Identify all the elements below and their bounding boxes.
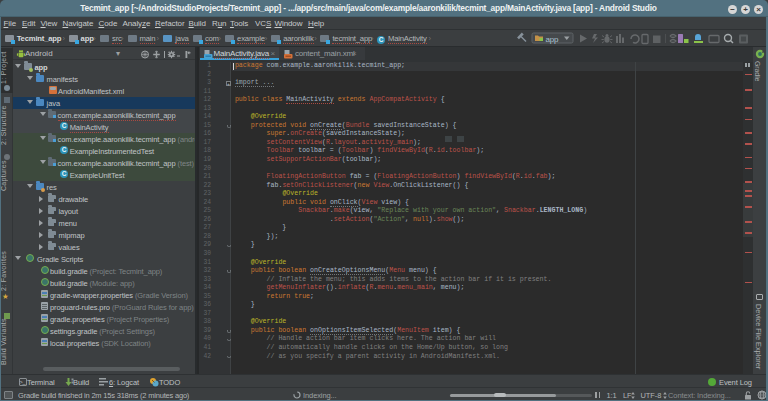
svg-text:app: app	[546, 35, 559, 44]
